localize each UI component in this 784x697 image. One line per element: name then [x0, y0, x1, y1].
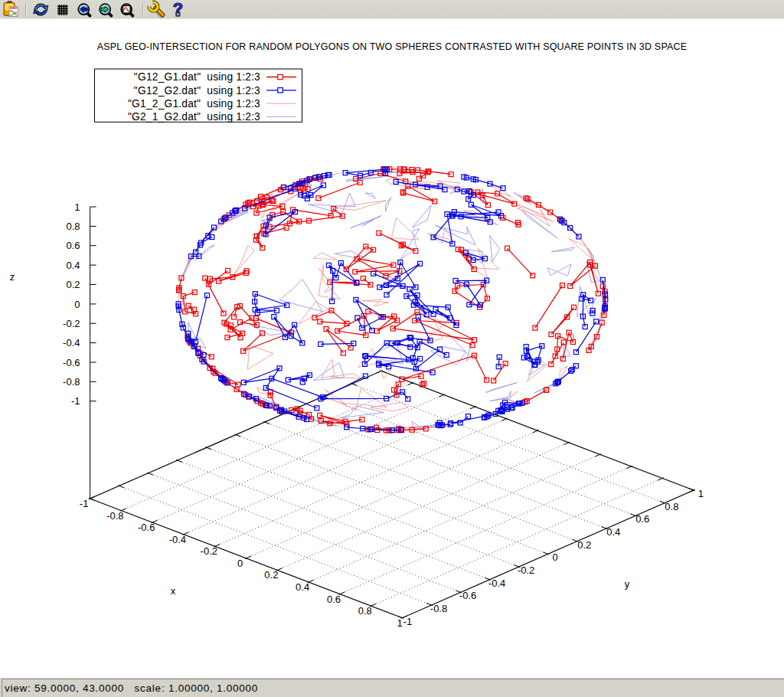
svg-text:-0.8: -0.8 — [63, 376, 80, 388]
svg-text:0: 0 — [553, 551, 558, 563]
svg-text:0.6: 0.6 — [66, 240, 80, 251]
svg-text:-0.6: -0.6 — [459, 590, 476, 601]
svg-text:0.4: 0.4 — [66, 260, 80, 271]
svg-text:y: y — [625, 578, 630, 590]
svg-text:-1: -1 — [71, 395, 80, 407]
svg-text:0: 0 — [237, 558, 243, 569]
svg-text:0.2: 0.2 — [577, 539, 591, 551]
svg-text:-0.8: -0.8 — [106, 510, 123, 522]
svg-text:-0.2: -0.2 — [63, 318, 80, 329]
svg-text:-0.4: -0.4 — [169, 534, 186, 545]
svg-text:0.2: 0.2 — [66, 279, 80, 290]
svg-text:-1: -1 — [80, 498, 89, 509]
svg-text:0.8: 0.8 — [665, 501, 678, 512]
svg-text:ASPL GEO-INTERSECTION FOR RAND: ASPL GEO-INTERSECTION FOR RANDOM POLYGON… — [97, 41, 688, 52]
svg-text:0.6: 0.6 — [635, 513, 649, 525]
svg-text:-0.6: -0.6 — [63, 357, 80, 368]
svg-text:-0.6: -0.6 — [138, 522, 155, 533]
svg-text:-0.2: -0.2 — [518, 564, 534, 576]
svg-text:0.8: 0.8 — [66, 221, 80, 232]
svg-text:-0.4: -0.4 — [488, 578, 505, 589]
svg-text:0.8: 0.8 — [358, 605, 372, 617]
svg-text:-0.2: -0.2 — [201, 545, 217, 557]
svg-text:"G1_2_G1.dat" using 1:2:3: "G1_2_G1.dat" using 1:2:3 — [128, 98, 260, 110]
svg-text:0.2: 0.2 — [264, 569, 278, 581]
svg-text:z: z — [10, 271, 15, 283]
svg-text:1: 1 — [74, 201, 80, 213]
svg-text:-0.8: -0.8 — [430, 603, 447, 614]
svg-text:-0.4: -0.4 — [63, 337, 80, 348]
svg-text:x: x — [171, 585, 176, 597]
svg-text:0.4: 0.4 — [606, 526, 620, 538]
svg-text:1: 1 — [698, 488, 704, 499]
svg-text:1: 1 — [397, 617, 402, 629]
svg-text:0.4: 0.4 — [296, 581, 309, 593]
svg-text:-1: -1 — [403, 616, 413, 627]
svg-text:"G12_G1.dat" using 1:2:3: "G12_G1.dat" using 1:2:3 — [134, 71, 260, 83]
svg-text:"G12_G2.dat" using 1:2:3: "G12_G2.dat" using 1:2:3 — [134, 85, 260, 97]
svg-text:0: 0 — [74, 299, 80, 310]
svg-text:0.6: 0.6 — [327, 594, 341, 605]
svg-text:"G2_1_G2.dat" using 1:2:3: "G2_1_G2.dat" using 1:2:3 — [128, 111, 260, 123]
